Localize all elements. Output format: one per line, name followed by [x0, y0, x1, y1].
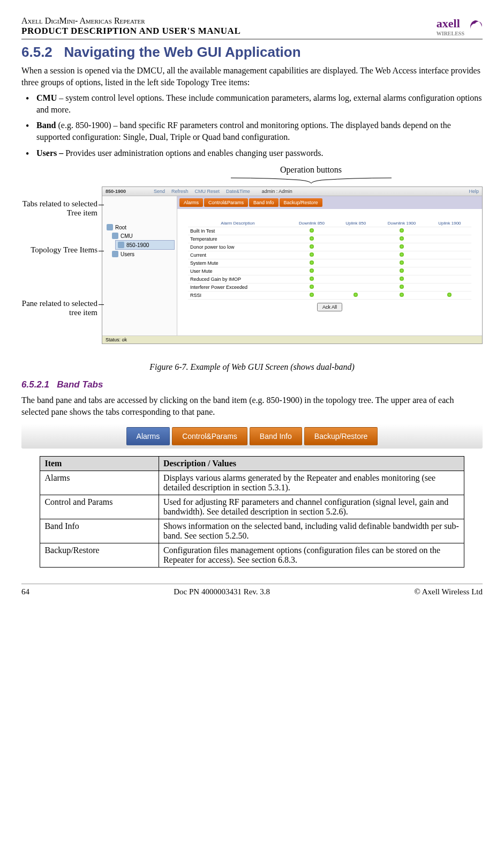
status-ok-icon — [310, 293, 314, 297]
cell-desc: Configuration files management options (… — [159, 543, 464, 568]
fig-tab-alarms[interactable]: Alarms — [126, 427, 170, 445]
alarm-row: Current — [188, 251, 471, 259]
alarm-row: RSSI — [188, 292, 471, 300]
ack-all-button[interactable]: Ack All — [317, 303, 342, 311]
alarm-status-cell — [428, 292, 471, 300]
bullet-cmu: CMU – system control level options. Thes… — [21, 92, 483, 115]
status-ok-icon — [400, 228, 404, 233]
table-row: Backup/RestoreConfiguration files manage… — [40, 543, 464, 568]
section-number: 6.5.2 — [21, 44, 52, 60]
logo-text: axell — [437, 17, 460, 30]
alarm-status-cell — [428, 227, 471, 235]
alarm-status-cell — [428, 243, 471, 251]
alarm-status-cell — [336, 275, 375, 283]
alarm-name: Built In Test — [188, 227, 288, 235]
topbar-datetime-button[interactable]: Date&Time — [226, 189, 250, 194]
tab-backup-restore[interactable]: Backup/Restore — [280, 198, 322, 207]
cell-desc: Used for adjusting RF parameters and cha… — [159, 495, 464, 519]
tab-alarms[interactable]: Alarms — [179, 198, 203, 207]
cell-item: Backup/Restore — [40, 543, 159, 568]
users-icon — [112, 251, 118, 257]
tree-users[interactable]: Users — [110, 250, 175, 258]
alarm-status-cell — [428, 235, 471, 243]
alarm-status-cell — [336, 227, 375, 235]
cell-desc: Shows information on the selected band, … — [159, 519, 464, 543]
alarms-pane: Alarm Description Downlink 850 Uplink 85… — [177, 209, 482, 317]
col-ul850: Uplink 850 — [336, 220, 375, 227]
topbar-help-link[interactable]: Help — [469, 189, 479, 194]
bullet-term: Band — [36, 121, 56, 130]
fig-tab-band-info[interactable]: Band Info — [250, 427, 302, 445]
tab-band-info[interactable]: Band Info — [249, 198, 279, 207]
alarm-status-cell — [288, 292, 336, 300]
tree-root[interactable]: Root — [104, 223, 175, 232]
alarm-status-cell — [288, 227, 336, 235]
status-ok-icon — [310, 285, 314, 289]
alarm-status-cell — [288, 235, 336, 243]
subsection-title: Band Tabs — [57, 379, 103, 390]
topbar-send-button[interactable]: Send — [154, 189, 165, 194]
col-dl1900: Downlink 1900 — [375, 220, 428, 227]
product-line: Axell DigiMini- Americas Repeater — [21, 16, 240, 26]
header-text-block: Axell DigiMini- Americas Repeater PRODUC… — [21, 16, 240, 36]
subsection-heading: 6.5.2.1 Band Tabs — [21, 379, 483, 390]
figure-caption: Figure 6-7. Example of Web GUI Screen (s… — [21, 362, 483, 372]
status-ok-icon — [353, 293, 358, 297]
tree-cmu[interactable]: CMU — [110, 232, 175, 240]
callout-pane: Pane related to selected tree item — [21, 299, 97, 318]
screenshot-body: Root CMU 850-1900 Users Alarms Control&P… — [102, 196, 482, 335]
alarm-status-cell — [336, 259, 375, 267]
desc-head-desc: Description / Values — [159, 457, 464, 471]
status-ok-icon — [400, 236, 404, 241]
subsection-text: The band pane and tabs are accessed by c… — [21, 394, 483, 417]
topbar-refresh-button[interactable]: Refresh — [171, 189, 189, 194]
alarm-status-cell — [375, 259, 428, 267]
desc-head-item: Item — [40, 457, 159, 471]
tab-control-params[interactable]: Control&Params — [204, 198, 248, 207]
alarm-status-cell — [375, 227, 428, 235]
alarm-status-cell — [428, 267, 471, 275]
brace-icon — [139, 176, 483, 184]
alarm-status-cell — [336, 243, 375, 251]
logo-subtext: WIRELESS — [437, 31, 464, 36]
gui-screenshot: 850-1900 Send Refresh CMU Reset Date&Tim… — [102, 186, 483, 344]
alarm-name: Interferer Power Exceeded — [188, 283, 288, 292]
status-ok-icon — [310, 277, 314, 281]
col-ul1900: Uplink 1900 — [428, 220, 471, 227]
cell-item: Alarms — [40, 471, 159, 495]
status-ok-icon — [310, 228, 314, 233]
bullet-term: Users – — [36, 148, 63, 158]
alarm-row: Built In Test — [188, 227, 471, 235]
tree-label: Root — [115, 225, 126, 230]
screenshot-row: Tabs related to selected Tree item Topol… — [21, 186, 483, 358]
device-icon — [112, 233, 118, 239]
alarm-name: Temperature — [188, 235, 288, 243]
alarm-row: System Mute — [188, 259, 471, 267]
bullet-band: Band (e.g. 850-1900) – band specific RF … — [21, 120, 483, 143]
bullet-text: – system control level options. These in… — [36, 93, 482, 114]
subsection-number: 6.5.2.1 — [21, 379, 49, 390]
alarm-status-cell — [428, 251, 471, 259]
status-ok-icon — [310, 244, 314, 249]
bullet-text: Provides user administration options and… — [63, 148, 323, 158]
fig-tab-control-params[interactable]: Control&Params — [172, 427, 247, 445]
copyright: © Axell Wireless Ltd — [414, 587, 483, 596]
bullet-users: Users – Provides user administration opt… — [21, 147, 483, 159]
status-ok-icon — [400, 268, 404, 273]
alarm-status-cell — [288, 251, 336, 259]
alarm-row: Donor power too low — [188, 243, 471, 251]
alarm-status-cell — [288, 283, 336, 292]
alarm-name: Reduced Gain by IMOP — [188, 275, 288, 283]
col-alarm-desc: Alarm Description — [188, 220, 288, 227]
callout-column: Tabs related to selected Tree item Topol… — [21, 186, 102, 358]
alarm-status-cell — [428, 275, 471, 283]
table-row: AlarmsDisplays various alarms generated … — [40, 471, 464, 495]
fig-tab-backup-restore[interactable]: Backup/Restore — [304, 427, 378, 445]
tree-band[interactable]: 850-1900 — [115, 240, 175, 250]
topbar-cmu-reset-button[interactable]: CMU Reset — [195, 189, 220, 194]
callout-tree: Topology Tree Items — [31, 245, 97, 255]
cell-item: Control and Params — [40, 495, 159, 519]
tree-label: 850-1900 — [126, 242, 149, 248]
manual-title: PRODUCT DESCRIPTION AND USER'S MANUAL — [21, 26, 240, 36]
alarm-status-cell — [288, 275, 336, 283]
